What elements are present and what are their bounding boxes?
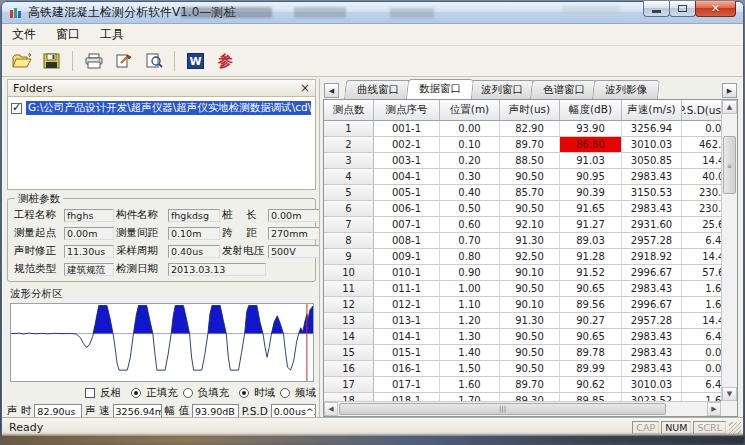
data-cell: 1.60 [682, 297, 721, 313]
open-file-button[interactable] [8, 49, 35, 74]
table-row[interactable]: 9009-10.8092.5091.282918.9214.40 [324, 249, 721, 265]
column-header[interactable]: 测点序号 [374, 100, 440, 121]
resize-grip-icon[interactable] [729, 422, 741, 434]
param-value-field[interactable]: 0.00m [64, 227, 114, 240]
maximize-button[interactable] [669, 1, 696, 17]
table-row[interactable]: 13013-11.2091.3090.272957.2814.40 [324, 313, 721, 329]
folders-pane-header[interactable]: Folders × [7, 79, 316, 97]
menu-item-工具[interactable]: 工具 [100, 26, 124, 43]
folders-close-button[interactable]: × [300, 82, 310, 94]
horizontal-scrollbar-thumb[interactable]: ||| [339, 403, 666, 415]
column-header[interactable]: 声时(us) [500, 100, 560, 121]
param-value-field[interactable]: 0.10m [168, 227, 220, 240]
param-value-field[interactable]: fhghs [64, 209, 114, 222]
data-cell: 6.40 [682, 233, 721, 249]
scroll-right-icon[interactable]: ▶ [707, 402, 721, 416]
vertical-scrollbar[interactable]: ▲ ≡ ▼ [721, 100, 737, 401]
param-value-field[interactable]: 2013.03.13 [168, 263, 266, 276]
column-header[interactable]: P.S.D(us^2/m) [682, 100, 721, 121]
tab-波列窗口[interactable]: 波列窗口 [468, 80, 536, 99]
table-row[interactable]: 3003-10.2088.5091.033050.8514.40 [324, 153, 721, 169]
column-header[interactable]: 幅度(dB) [560, 100, 622, 121]
horizontal-scrollbar[interactable]: ◀ ||| ▶ [324, 401, 721, 416]
freq-domain-radio[interactable] [280, 388, 290, 398]
column-header[interactable]: 测点数 [324, 100, 374, 121]
export-word-button[interactable]: W [182, 49, 209, 74]
tab-数据窗口[interactable]: 数据窗口 [406, 79, 474, 99]
table-row[interactable]: 1001-10.0082.9093.903256.940.00 [324, 121, 721, 137]
param-value-field[interactable]: 270mm [268, 227, 320, 240]
param-value-field[interactable]: 11.30us [64, 245, 114, 258]
table-row[interactable]: 10010-10.9090.1091.522996.6757.60 [324, 265, 721, 281]
param-value-field[interactable]: 0.40us [168, 245, 220, 258]
status-indicator-cap: CAP [632, 421, 659, 434]
table-row[interactable]: 16016-11.5090.5089.992983.430.00 [324, 361, 721, 377]
invert-checkbox[interactable] [85, 388, 95, 398]
status-ready-text: Ready [9, 421, 43, 434]
vertical-scrollbar-thumb[interactable]: ≡ [723, 136, 736, 194]
data-cell: 004-1 [374, 169, 440, 185]
close-button[interactable]: ✕ [695, 1, 736, 17]
freq-domain-label: 频域 [295, 386, 316, 400]
data-cell: 6.40 [682, 329, 721, 345]
param-value-field[interactable]: 0.00m [268, 209, 320, 222]
tab-波列影像[interactable]: 波列影像 [592, 80, 660, 99]
table-row[interactable]: 15015-11.4090.5089.782983.430.00 [324, 345, 721, 361]
table-row[interactable]: 17017-11.6089.7090.623010.036.40 [324, 377, 721, 393]
menu-item-文件[interactable]: 文件 [12, 26, 36, 43]
data-cell: 0.20 [440, 153, 500, 169]
table-row[interactable]: 2002-10.1089.7086.803010.03462.40 [324, 137, 721, 153]
scroll-up-icon[interactable]: ▲ [722, 100, 737, 114]
column-header[interactable]: 位置(m) [440, 100, 500, 121]
tree-item-path[interactable]: G:\公司产品设计开发\超声仪器\超声仪实地检测数据调试\cd\cd03\cd0… [26, 101, 311, 115]
scroll-left-icon[interactable]: ◀ [324, 402, 338, 416]
save-button[interactable] [38, 49, 65, 74]
readout-value-field[interactable]: 3256.94m/s [113, 404, 162, 417]
data-cell: 006-1 [374, 201, 440, 217]
table-row[interactable]: 4004-10.3090.5090.952983.4340.00 [324, 169, 721, 185]
readout-value-field[interactable]: 93.90dB [192, 404, 239, 417]
minimize-button[interactable] [643, 1, 670, 17]
tab-色谱窗口[interactable]: 色谱窗口 [530, 80, 598, 99]
tab-scroll-left-button[interactable]: ◀ [324, 83, 339, 98]
menu-item-窗口[interactable]: 窗口 [56, 26, 80, 43]
param-value-field[interactable]: fhgkdsg [168, 209, 220, 222]
column-header[interactable]: 声速(m/s) [622, 100, 682, 121]
print-setup-button[interactable] [110, 49, 137, 74]
table-row[interactable]: 6006-10.5090.5091.652983.43230.40 [324, 201, 721, 217]
data-cell: 25.60 [682, 217, 721, 233]
titlebar-artifact [294, 7, 346, 18]
table-row[interactable]: 14014-11.3090.5090.652983.436.40 [324, 329, 721, 345]
param-value-field[interactable]: 建筑规范 [64, 263, 114, 276]
data-cell: 462.40 [682, 137, 721, 153]
param-value-field[interactable]: 500V [268, 245, 320, 258]
title-bar[interactable]: 高铁建混凝土检测分析软件V1.0—测桩 ✕ [2, 2, 743, 24]
data-cell: 2983.43 [622, 281, 682, 297]
waveform-plot[interactable] [10, 303, 314, 382]
table-row[interactable]: 11011-11.0090.5090.652983.431.60 [324, 281, 721, 297]
readout-value-field[interactable]: 82.90us [34, 404, 82, 417]
print-button[interactable] [80, 49, 107, 74]
tab-scroll-right-button[interactable]: ▶ [722, 83, 737, 98]
tab-曲线窗口[interactable]: 曲线窗口 [344, 80, 412, 99]
table-row[interactable]: 8008-10.7091.3089.032957.286.40 [324, 233, 721, 249]
waveform-trace [11, 305, 313, 370]
table-row[interactable]: 7007-10.6092.1091.272931.6025.60 [324, 217, 721, 233]
data-cell: 008-1 [374, 233, 440, 249]
param-label: 检测日期 [116, 262, 166, 276]
table-row[interactable]: 12012-11.1090.1089.562996.671.60 [324, 297, 721, 313]
fill-positive-radio[interactable] [131, 388, 141, 398]
scroll-down-icon[interactable]: ▼ [722, 387, 737, 401]
time-domain-radio[interactable] [239, 388, 249, 398]
print-preview-button[interactable] [140, 49, 167, 74]
fill-negative-radio[interactable] [183, 388, 193, 398]
data-cell: 012-1 [374, 297, 440, 313]
toolbar: W 参 [2, 46, 743, 77]
parameters-button[interactable]: 参 [212, 49, 239, 74]
readout-value-field[interactable]: 0.00us^2/m [271, 404, 316, 417]
tree-item-checkbox[interactable] [11, 103, 22, 114]
table-row[interactable]: 5005-10.4085.7090.393150.53230.40 [324, 185, 721, 201]
table-row[interactable]: 18018-11.7089.3089.853023.521.60 [324, 393, 721, 401]
tree-item[interactable]: G:\公司产品设计开发\超声仪器\超声仪实地检测数据调试\cd\cd03\cd0… [11, 101, 312, 115]
row-number-cell: 15 [324, 345, 374, 361]
